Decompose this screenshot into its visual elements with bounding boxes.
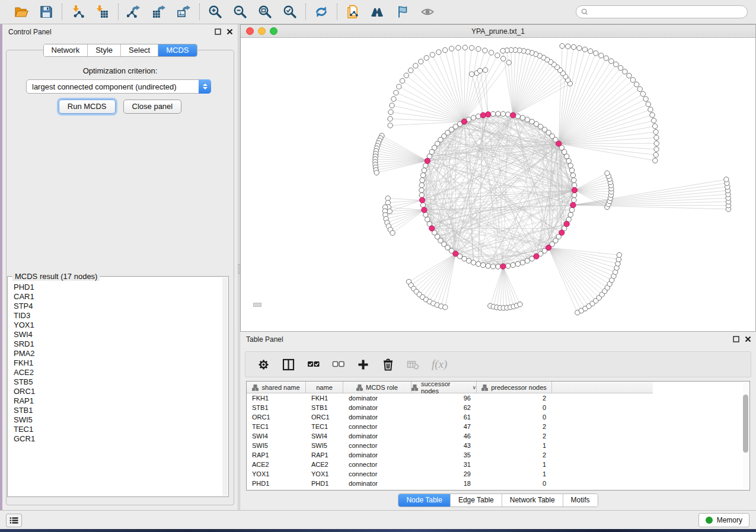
tab-select[interactable]: Select — [121, 44, 158, 56]
network-document-icon[interactable] — [344, 4, 361, 20]
mcds-result-node[interactable]: FKH1 — [8, 358, 222, 368]
mcds-hub-node[interactable] — [420, 197, 425, 203]
binoculars-icon[interactable] — [369, 4, 386, 20]
table-row[interactable]: FKH1FKH1dominator962 — [247, 393, 749, 403]
column-header-shared-name[interactable]: shared name — [247, 382, 306, 393]
run-mcds-button[interactable]: Run MCDS — [59, 100, 116, 114]
float-panel-icon[interactable] — [733, 336, 739, 342]
mcds-hub-node[interactable] — [500, 264, 506, 269]
tab-mcds[interactable]: MCDS — [158, 44, 196, 56]
table-row[interactable]: SWI5SWI5connector431 — [247, 441, 749, 450]
search-input[interactable] — [591, 8, 742, 16]
mcds-result-node[interactable]: SWI4 — [8, 330, 222, 339]
show-eye-icon[interactable] — [419, 4, 436, 20]
table-row[interactable]: ORC1ORC1dominator610 — [247, 412, 749, 422]
table-row[interactable]: YOX1YOX1connector291 — [247, 469, 749, 479]
mcds-result-node[interactable]: ORC1 — [8, 387, 222, 396]
show-columns-icon[interactable] — [282, 358, 295, 371]
close-panel-icon[interactable] — [227, 28, 233, 35]
mcds-result-node[interactable]: PMA2 — [8, 349, 222, 358]
mcds-hub-node[interactable] — [556, 141, 562, 146]
task-history-button[interactable] — [6, 514, 22, 527]
mcds-result-node[interactable]: TEC1 — [8, 425, 222, 434]
mcds-result-node[interactable]: PHD1 — [8, 283, 222, 292]
mcds-result-node[interactable]: STB1 — [8, 406, 222, 415]
mcds-result-node[interactable]: CAR1 — [8, 292, 222, 302]
float-panel-icon[interactable] — [215, 28, 221, 35]
shared-column-icon — [252, 384, 259, 391]
mcds-result-node[interactable]: STB5 — [8, 377, 222, 387]
mcds-result-node[interactable]: YOX1 — [8, 321, 222, 330]
network-canvas[interactable] — [241, 38, 755, 331]
settings-gear-icon[interactable] — [257, 358, 270, 371]
table-cell: 43 — [412, 441, 477, 450]
table-row[interactable]: ACE2ACE2connector311 — [247, 460, 749, 469]
table-scrollbar-track[interactable] — [743, 383, 748, 489]
tab-network-table[interactable]: Network Table — [502, 494, 563, 507]
optimization-criterion-dropdown[interactable]: largest connected component (undirected) — [26, 79, 211, 94]
memory-button[interactable]: Memory — [698, 513, 749, 527]
mcds-hub-node[interactable] — [559, 230, 564, 235]
mcds-result-node[interactable]: STP4 — [8, 302, 222, 311]
refresh-icon[interactable] — [313, 4, 330, 20]
import-table-icon[interactable] — [94, 4, 111, 20]
mcds-hub-node[interactable] — [461, 119, 467, 124]
search-box[interactable] — [576, 5, 748, 18]
zoom-out-icon[interactable] — [232, 4, 248, 20]
mcds-result-node[interactable]: GCR1 — [8, 434, 222, 444]
export-network-icon[interactable] — [126, 4, 142, 20]
table-row[interactable]: STB1STB1dominator620 — [247, 403, 749, 412]
dropdown-selected-value: largest connected component (undirected) — [27, 82, 199, 91]
column-header-name[interactable]: name — [306, 382, 343, 393]
open-file-icon[interactable] — [13, 4, 30, 20]
zoom-in-icon[interactable] — [207, 4, 224, 20]
mcds-hub-node[interactable] — [422, 207, 427, 213]
mcds-hub-node[interactable] — [546, 245, 551, 250]
column-header-predecessor-nodes[interactable]: predecessor nodes — [477, 382, 552, 393]
export-table-icon[interactable] — [151, 4, 167, 20]
delete-column-icon[interactable] — [382, 358, 394, 371]
import-network-icon[interactable] — [69, 4, 86, 20]
mcds-result-node[interactable]: TID3 — [8, 311, 222, 321]
table-row[interactable]: TEC1TEC1connector472 — [247, 422, 749, 431]
export-image-icon[interactable] — [176, 4, 192, 20]
tab-motifs[interactable]: Motifs — [563, 494, 598, 507]
zoom-selected-icon[interactable] — [282, 4, 298, 20]
mcds-hub-node[interactable] — [429, 226, 435, 231]
table-row[interactable]: PHD1PHD1dominator180 — [247, 479, 749, 488]
column-header-successor-nodes[interactable]: successor nodes∨ — [412, 382, 477, 393]
control-panel-titlebar: Control Panel — [2, 24, 238, 40]
select-all-icon[interactable] — [307, 358, 320, 371]
tab-network[interactable]: Network — [43, 44, 88, 56]
close-panel-icon[interactable] — [745, 336, 751, 342]
horizontal-splitter-grip[interactable] — [253, 303, 261, 307]
mcds-hub-node[interactable] — [570, 203, 576, 208]
tab-node-table[interactable]: Node Table — [398, 494, 451, 507]
table-row[interactable]: RAP1RAP1dominator352 — [247, 450, 749, 460]
save-icon[interactable] — [38, 4, 55, 20]
network-graph[interactable] — [241, 38, 755, 331]
close-panel-button[interactable]: Close panel — [123, 100, 182, 114]
table-row[interactable]: SWI4SWI4dominator462 — [247, 431, 749, 441]
tab-edge-table[interactable]: Edge Table — [451, 494, 502, 507]
table-scrollbar-thumb[interactable] — [743, 395, 748, 453]
mcds-result-node[interactable]: RAP1 — [8, 396, 222, 406]
mcds-hub-node[interactable] — [564, 222, 569, 227]
unselect-all-icon[interactable] — [332, 358, 344, 371]
mcds-hub-node[interactable] — [480, 113, 486, 118]
mcds-result-node[interactable]: SRD1 — [8, 339, 222, 349]
mcds-hub-node[interactable] — [572, 187, 577, 193]
column-header-MCDS-role[interactable]: MCDS role — [343, 382, 412, 393]
mcds-hub-node[interactable] — [511, 113, 516, 118]
tab-style[interactable]: Style — [88, 44, 121, 56]
zoom-fit-icon[interactable] — [257, 4, 273, 20]
mcds-hub-node[interactable] — [425, 158, 430, 164]
mcds-hub-node[interactable] — [453, 251, 458, 257]
mcds-result-node[interactable]: SWI5 — [8, 415, 222, 425]
add-column-icon[interactable] — [357, 358, 369, 371]
mcds-hub-node[interactable] — [534, 254, 539, 259]
hide-flag-icon[interactable] — [394, 4, 411, 20]
mcds-result-node[interactable]: ACE2 — [8, 368, 222, 377]
mcds-result-scrollbar[interactable] — [222, 277, 228, 496]
mcds-hub-node[interactable] — [486, 112, 491, 117]
